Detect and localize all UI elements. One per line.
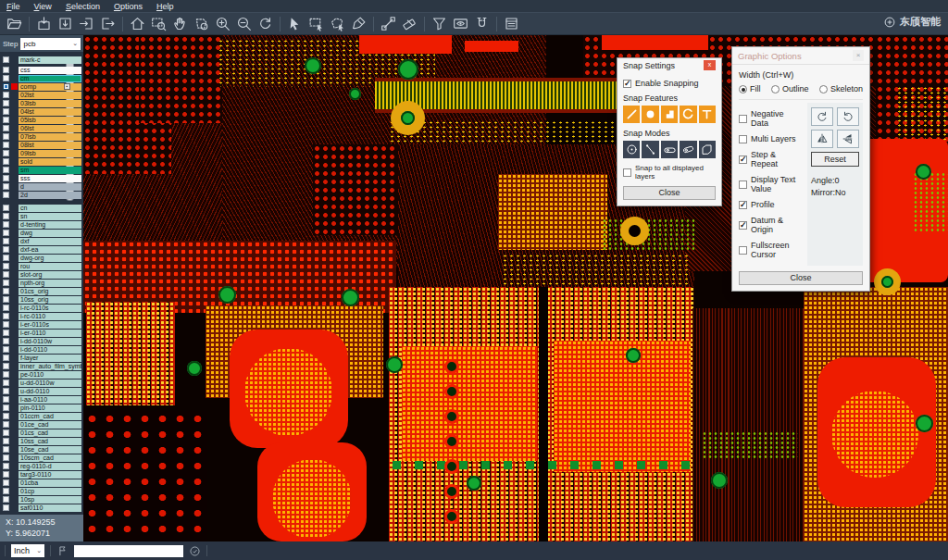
layer-visibility-checkbox[interactable] <box>3 56 9 63</box>
pan-hand-icon[interactable] <box>169 14 191 33</box>
layer-visibility-checkbox[interactable] <box>3 192 9 198</box>
snap-mode-center-button[interactable] <box>623 141 640 158</box>
save-file-icon[interactable] <box>55 14 76 33</box>
zoom-polygon-icon[interactable] <box>191 14 212 33</box>
layer-visibility-checkbox[interactable] <box>3 175 9 181</box>
layer-row-sn[interactable]: sn <box>0 212 83 220</box>
snap-feature-circle-button[interactable] <box>642 106 658 123</box>
layer-row-css[interactable]: css <box>0 66 83 74</box>
layer-row-npth-org[interactable]: npth-org <box>0 279 83 287</box>
layer-row-10sp[interactable]: 10sp <box>0 495 83 504</box>
graphic-dialog-titlebar[interactable]: Graphic Options × <box>732 47 869 64</box>
filter-icon[interactable] <box>429 14 450 33</box>
close-icon[interactable]: x <box>704 60 716 70</box>
snap-close-button[interactable]: Close <box>623 186 716 200</box>
layer-visibility-checkbox[interactable] <box>3 100 9 106</box>
layer-visibility-checkbox[interactable] <box>3 117 9 123</box>
layer-visibility-checkbox[interactable] <box>3 454 9 461</box>
layer-visibility-checkbox[interactable] <box>3 83 9 90</box>
snap-dialog-titlebar[interactable]: Snap Settings x <box>617 58 721 72</box>
snap-mode-surface-button[interactable] <box>699 141 716 158</box>
zoom-in-icon[interactable] <box>212 14 233 33</box>
snap-all-layers-row[interactable]: Snap to all displayed layers <box>623 164 716 180</box>
layer-visibility-checkbox[interactable] <box>3 305 9 311</box>
layer-row-i-rc-0110[interactable]: i-rc-0110 <box>0 312 83 320</box>
snap-mode-slot-button[interactable] <box>661 141 678 158</box>
layer-visibility-checkbox[interactable] <box>3 221 9 228</box>
view-options-icon[interactable] <box>450 14 471 33</box>
snap-magnet-icon[interactable] <box>471 14 493 33</box>
layer-row-08lst[interactable]: 08lst <box>0 141 83 149</box>
menu-help[interactable]: Help <box>156 2 174 11</box>
layer-visibility-checkbox[interactable] <box>3 67 9 73</box>
layer-visibility-checkbox[interactable] <box>3 321 9 328</box>
layer-row-01cs_orig[interactable]: 01cs_orig <box>0 287 83 295</box>
layer-visibility-checkbox[interactable] <box>3 280 9 286</box>
snap-feature-arc-button[interactable] <box>680 106 696 123</box>
graphic-option-display-text-value[interactable]: Display Text Value <box>739 175 803 193</box>
layer-row-09lsb[interactable]: 09lsb <box>0 149 83 157</box>
graphic-option-datum-origin[interactable]: Datum & Origin <box>739 216 803 234</box>
step-select[interactable]: pcb ⌄ <box>20 38 81 50</box>
layer-visibility-checkbox[interactable] <box>3 346 9 353</box>
import-file-icon[interactable] <box>33 14 55 33</box>
layer-row-rou[interactable]: rou <box>0 262 83 270</box>
layer-row-dwg[interactable]: dwg <box>0 229 83 237</box>
select-arrow-icon[interactable] <box>284 14 306 33</box>
layer-visibility-checkbox[interactable] <box>3 330 9 336</box>
layer-row-cm[interactable]: cm <box>0 74 83 82</box>
layer-row-f-layer[interactable]: f-layer <box>0 354 83 362</box>
layer-visibility-checkbox[interactable] <box>3 429 9 436</box>
menu-view[interactable]: View <box>34 2 52 11</box>
snap-mode-point-button[interactable] <box>642 141 658 158</box>
layer-visibility-checkbox[interactable] <box>3 413 9 419</box>
layer-row-01cba[interactable]: 01cba <box>0 479 83 487</box>
layer-row-slot-org[interactable]: slot-org <box>0 270 83 279</box>
zoom-previous-icon[interactable] <box>255 14 276 33</box>
layer-visibility-checkbox[interactable] <box>3 313 9 319</box>
measure-distance-icon[interactable] <box>378 14 399 33</box>
layer-visibility-checkbox[interactable] <box>3 108 9 115</box>
layer-visibility-checkbox[interactable] <box>3 363 9 369</box>
layer-visibility-checkbox[interactable] <box>3 421 9 428</box>
layer-row-u-dd-0110w[interactable]: u-dd-0110w <box>0 379 83 387</box>
layer-row-10se_cad[interactable]: 10se_cad <box>0 445 83 454</box>
layer-visibility-checkbox[interactable] <box>3 238 9 244</box>
layer-visibility-checkbox[interactable] <box>3 504 9 511</box>
layer-visibility-checkbox[interactable] <box>3 404 9 411</box>
zoom-out-icon[interactable] <box>233 14 255 33</box>
layer-row-sm[interactable]: sm <box>0 166 83 174</box>
snap-feature-pad-button[interactable] <box>661 106 678 123</box>
rotate-cw-button[interactable] <box>811 107 833 126</box>
layer-visibility-checkbox[interactable] <box>3 158 9 165</box>
layer-row-01ce_cad[interactable]: 01ce_cad <box>0 420 83 429</box>
layer-row-cn[interactable]: cn <box>0 204 83 212</box>
brush-icon[interactable] <box>348 14 369 33</box>
home-view-icon[interactable] <box>127 14 148 33</box>
layer-row-mark-c[interactable]: mark-c <box>0 56 83 64</box>
graphic-option-multi-layers[interactable]: Multi Layers <box>739 134 803 143</box>
layer-visibility-checkbox[interactable] <box>3 479 9 486</box>
layer-visibility-checkbox[interactable] <box>3 446 9 453</box>
sign-out-icon[interactable] <box>97 14 118 33</box>
form-editor-icon[interactable] <box>501 14 522 33</box>
layer-row-u-dd-0110[interactable]: u-dd-0110 <box>0 387 83 395</box>
layer-row-i-rc-0110s[interactable]: i-rc-0110s <box>0 304 83 312</box>
command-input[interactable] <box>74 545 183 557</box>
layer-row-10ss_cad[interactable]: 10ss_cad <box>0 437 83 445</box>
layer-row-05lsb[interactable]: 05lsb <box>0 116 83 124</box>
close-icon[interactable]: × <box>853 50 864 61</box>
layer-row-10scm_cad[interactable]: 10scm_cad <box>0 454 83 462</box>
checkbox[interactable] <box>739 156 747 164</box>
layer-visibility-checkbox[interactable] <box>3 75 9 81</box>
layer-visibility-checkbox[interactable] <box>3 355 9 361</box>
layer-visibility-checkbox[interactable] <box>3 288 9 294</box>
layer-row-i-er-0110[interactable]: i-er-0110 <box>0 329 83 337</box>
layer-visibility-checkbox[interactable] <box>3 213 9 219</box>
checkbox[interactable] <box>739 135 747 143</box>
snap-mode-slot-angled-button[interactable] <box>680 141 696 158</box>
enable-snapping-checkbox[interactable] <box>623 80 631 88</box>
graphic-close-button[interactable]: Close <box>739 271 863 285</box>
layer-row-d[interactable]: d <box>0 182 83 191</box>
mirror-vertical-button[interactable] <box>837 130 859 148</box>
